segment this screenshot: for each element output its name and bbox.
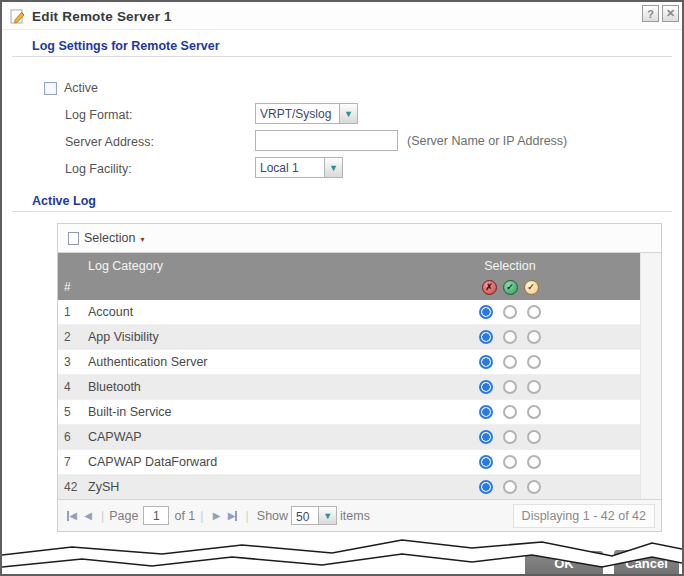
section-divider bbox=[12, 56, 672, 57]
log-category-label: ZySH bbox=[86, 480, 410, 494]
debug-log-radio[interactable] bbox=[527, 405, 541, 419]
cancel-button[interactable]: Cancel bbox=[614, 550, 679, 576]
active-checkbox[interactable] bbox=[44, 82, 57, 95]
show-items-value: 50 bbox=[292, 507, 318, 524]
debug-log-radio[interactable] bbox=[527, 355, 541, 369]
ok-button[interactable]: OK bbox=[525, 551, 603, 576]
row-number: 1 bbox=[58, 305, 86, 319]
row-number: 7 bbox=[58, 455, 86, 469]
first-page-icon[interactable]: ◀ bbox=[64, 510, 80, 521]
table-toolbar: Selection ▾ bbox=[58, 224, 661, 253]
normal-log-radio[interactable] bbox=[503, 455, 517, 469]
caret-down-icon: ▾ bbox=[140, 235, 144, 244]
column-header-number: # bbox=[58, 280, 86, 294]
disable-radio[interactable] bbox=[479, 405, 493, 419]
log-category-label: CAPWAP bbox=[86, 430, 410, 444]
debug-log-radio[interactable] bbox=[527, 430, 541, 444]
table-row: 5Built-in Service bbox=[58, 400, 640, 425]
page-number-input[interactable] bbox=[143, 506, 169, 525]
active-log-table: Selection ▾ Log Category Selection # ✗ ✓… bbox=[57, 223, 662, 532]
disable-radio[interactable] bbox=[479, 380, 493, 394]
normal-log-radio[interactable] bbox=[503, 355, 517, 369]
log-category-label: Built-in Service bbox=[86, 405, 410, 419]
log-category-label: App Visibility bbox=[86, 330, 410, 344]
disable-radio[interactable] bbox=[479, 455, 493, 469]
dialog-title: Edit Remote Server 1 bbox=[32, 9, 172, 24]
document-icon bbox=[68, 232, 79, 245]
disable-radio[interactable] bbox=[479, 355, 493, 369]
show-label: Show bbox=[257, 509, 288, 523]
next-page-icon[interactable]: ▶ bbox=[209, 510, 225, 521]
title-bar: Edit Remote Server 1 ? ✕ bbox=[2, 2, 682, 30]
selection-radio-group bbox=[410, 455, 610, 469]
debug-log-radio[interactable] bbox=[527, 380, 541, 394]
prev-page-icon[interactable]: ◀ bbox=[80, 510, 96, 521]
log-facility-value: Local 1 bbox=[256, 158, 324, 177]
edit-remote-server-dialog: Edit Remote Server 1 ? ✕ Log Settings fo… bbox=[0, 0, 684, 576]
selection-radio-group bbox=[410, 330, 610, 344]
items-label: items bbox=[340, 509, 370, 523]
log-format-select[interactable]: VRPT/Syslog ▼ bbox=[255, 103, 358, 124]
normal-log-radio[interactable] bbox=[503, 330, 517, 344]
debug-log-radio[interactable] bbox=[527, 330, 541, 344]
row-number: 5 bbox=[58, 405, 86, 419]
selection-radio-group bbox=[410, 355, 610, 369]
table-row: 7CAPWAP DataForward bbox=[58, 450, 640, 475]
section-divider bbox=[12, 211, 672, 212]
row-number: 6 bbox=[58, 430, 86, 444]
chevron-down-icon[interactable]: ▼ bbox=[339, 104, 357, 123]
disable-radio[interactable] bbox=[479, 430, 493, 444]
table-row: 1Account bbox=[58, 300, 640, 325]
chevron-down-icon[interactable]: ▼ bbox=[318, 507, 336, 524]
selection-radio-group bbox=[410, 405, 610, 419]
row-number: 4 bbox=[58, 380, 86, 394]
normal-log-radio[interactable] bbox=[503, 305, 517, 319]
table-row: 42ZySH bbox=[58, 475, 640, 500]
pagination-bar: ◀ ◀ | Page of 1 | ▶ ▶ | Show 50 ▼ items … bbox=[58, 499, 661, 531]
table-row: 4Bluetooth bbox=[58, 375, 640, 400]
show-items-select[interactable]: 50 ▼ bbox=[291, 506, 337, 525]
close-button[interactable]: ✕ bbox=[662, 5, 679, 22]
debug-log-radio[interactable] bbox=[527, 455, 541, 469]
row-number: 3 bbox=[58, 355, 86, 369]
active-label: Active bbox=[64, 81, 98, 95]
disable-radio[interactable] bbox=[479, 480, 493, 494]
log-category-label: Account bbox=[86, 305, 410, 319]
help-button[interactable]: ? bbox=[642, 5, 659, 22]
disable-all-icon[interactable]: ✗ bbox=[482, 280, 497, 295]
normal-log-radio[interactable] bbox=[503, 480, 517, 494]
displaying-status: Displaying 1 - 42 of 42 bbox=[513, 504, 655, 528]
debug-log-radio[interactable] bbox=[527, 305, 541, 319]
log-category-label: Authentication Server bbox=[86, 355, 410, 369]
row-number: 2 bbox=[58, 330, 86, 344]
table-row: 6CAPWAP bbox=[58, 425, 640, 450]
log-facility-select[interactable]: Local 1 ▼ bbox=[255, 157, 343, 178]
disable-radio[interactable] bbox=[479, 330, 493, 344]
page-of-label: of 1 bbox=[174, 509, 195, 523]
debug-log-radio[interactable] bbox=[527, 480, 541, 494]
column-header-log-category: Log Category bbox=[86, 259, 410, 273]
selection-radio-group bbox=[410, 305, 610, 319]
table-body: 1Account2App Visibility3Authentication S… bbox=[58, 300, 640, 500]
log-category-label: Bluetooth bbox=[86, 380, 410, 394]
disable-radio[interactable] bbox=[479, 305, 493, 319]
selection-menu-button[interactable]: Selection ▾ bbox=[64, 229, 148, 247]
table-scrollbar[interactable] bbox=[640, 253, 661, 500]
selection-radio-group bbox=[410, 380, 610, 394]
chevron-down-icon[interactable]: ▼ bbox=[324, 158, 342, 177]
server-address-input[interactable] bbox=[255, 130, 398, 151]
column-header-selection: Selection bbox=[410, 259, 610, 273]
row-number: 42 bbox=[58, 480, 86, 494]
enable-normal-log-all-icon[interactable]: ✓ bbox=[503, 280, 518, 295]
normal-log-radio[interactable] bbox=[503, 430, 517, 444]
log-format-value: VRPT/Syslog bbox=[256, 104, 339, 123]
normal-log-radio[interactable] bbox=[503, 405, 517, 419]
active-log-section-title: Active Log bbox=[32, 194, 96, 208]
log-category-label: CAPWAP DataForward bbox=[86, 455, 410, 469]
log-settings-section-title: Log Settings for Remote Server bbox=[32, 39, 220, 53]
normal-log-radio[interactable] bbox=[503, 380, 517, 394]
enable-debug-log-all-icon[interactable]: ✓ bbox=[524, 280, 539, 295]
last-page-icon[interactable]: ▶ bbox=[225, 510, 241, 521]
log-facility-label: Log Facility: bbox=[65, 162, 132, 176]
table-row: 2App Visibility bbox=[58, 325, 640, 350]
